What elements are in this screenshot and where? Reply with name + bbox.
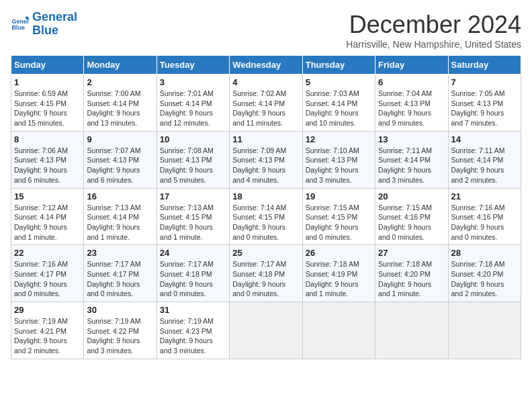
column-header-tuesday: Tuesday xyxy=(157,56,229,75)
day-info: Sunrise: 7:11 AMSunset: 4:14 PMDaylight:… xyxy=(451,146,518,185)
day-number: 31 xyxy=(160,305,226,315)
calendar-week-1: 1Sunrise: 6:59 AMSunset: 4:15 PMDaylight… xyxy=(11,75,521,132)
day-info: Sunrise: 7:19 AMSunset: 4:22 PMDaylight:… xyxy=(87,316,153,356)
calendar-week-5: 29Sunrise: 7:19 AMSunset: 4:21 PMDayligh… xyxy=(11,302,521,359)
calendar-cell: 11Sunrise: 7:09 AMSunset: 4:13 PMDayligh… xyxy=(230,131,302,188)
day-info: Sunrise: 7:15 AMSunset: 4:15 PMDaylight:… xyxy=(306,203,372,242)
calendar-cell: 3Sunrise: 7:01 AMSunset: 4:14 PMDaylight… xyxy=(157,75,229,132)
calendar-cell: 12Sunrise: 7:10 AMSunset: 4:13 PMDayligh… xyxy=(302,131,375,188)
column-header-sunday: Sunday xyxy=(11,56,84,75)
day-number: 17 xyxy=(160,191,226,201)
day-info: Sunrise: 7:13 AMSunset: 4:14 PMDaylight:… xyxy=(87,203,153,242)
column-header-thursday: Thursday xyxy=(302,56,375,75)
day-number: 28 xyxy=(451,248,518,258)
logo-text-line1: General xyxy=(32,11,77,24)
day-info: Sunrise: 7:09 AMSunset: 4:13 PMDaylight:… xyxy=(232,146,299,185)
calendar-cell: 4Sunrise: 7:02 AMSunset: 4:14 PMDaylight… xyxy=(230,75,302,132)
day-number: 18 xyxy=(232,191,299,201)
calendar-table: SundayMondayTuesdayWednesdayThursdayFrid… xyxy=(11,55,521,359)
calendar-cell: 23Sunrise: 7:17 AMSunset: 4:17 PMDayligh… xyxy=(84,245,157,302)
day-info: Sunrise: 7:14 AMSunset: 4:15 PMDaylight:… xyxy=(232,203,299,242)
day-info: Sunrise: 7:17 AMSunset: 4:18 PMDaylight:… xyxy=(160,259,226,299)
calendar-cell: 26Sunrise: 7:18 AMSunset: 4:19 PMDayligh… xyxy=(302,245,375,302)
day-number: 3 xyxy=(160,77,226,87)
day-number: 26 xyxy=(306,248,372,258)
column-header-wednesday: Wednesday xyxy=(230,56,302,75)
column-header-friday: Friday xyxy=(375,56,448,75)
day-info: Sunrise: 7:03 AMSunset: 4:14 PMDaylight:… xyxy=(306,89,372,128)
day-info: Sunrise: 6:59 AMSunset: 4:15 PMDaylight:… xyxy=(14,89,81,128)
day-info: Sunrise: 7:19 AMSunset: 4:23 PMDaylight:… xyxy=(160,316,226,356)
day-number: 5 xyxy=(306,77,372,87)
calendar-cell: 21Sunrise: 7:16 AMSunset: 4:16 PMDayligh… xyxy=(448,188,521,245)
day-number: 8 xyxy=(14,134,81,144)
day-number: 11 xyxy=(232,134,299,144)
calendar-cell: 30Sunrise: 7:19 AMSunset: 4:22 PMDayligh… xyxy=(84,302,157,359)
day-number: 22 xyxy=(14,248,81,258)
calendar-title: December 2024 xyxy=(346,11,521,39)
calendar-cell: 24Sunrise: 7:17 AMSunset: 4:18 PMDayligh… xyxy=(157,245,229,302)
calendar-cell: 10Sunrise: 7:08 AMSunset: 4:13 PMDayligh… xyxy=(157,131,229,188)
calendar-cell xyxy=(230,302,302,359)
day-number: 9 xyxy=(87,134,153,144)
calendar-cell: 8Sunrise: 7:06 AMSunset: 4:13 PMDaylight… xyxy=(11,131,84,188)
day-number: 7 xyxy=(451,77,518,87)
day-info: Sunrise: 7:12 AMSunset: 4:14 PMDaylight:… xyxy=(14,203,81,242)
calendar-cell xyxy=(448,302,521,359)
calendar-cell: 14Sunrise: 7:11 AMSunset: 4:14 PMDayligh… xyxy=(448,131,521,188)
calendar-cell: 5Sunrise: 7:03 AMSunset: 4:14 PMDaylight… xyxy=(302,75,375,132)
logo-text-line2: Blue xyxy=(32,24,77,38)
day-info: Sunrise: 7:16 AMSunset: 4:17 PMDaylight:… xyxy=(14,259,81,299)
day-info: Sunrise: 7:18 AMSunset: 4:20 PMDaylight:… xyxy=(378,259,445,299)
day-number: 16 xyxy=(87,191,153,201)
day-number: 6 xyxy=(378,77,445,87)
calendar-cell: 6Sunrise: 7:04 AMSunset: 4:13 PMDaylight… xyxy=(375,75,448,132)
day-number: 4 xyxy=(232,77,299,87)
day-info: Sunrise: 7:17 AMSunset: 4:17 PMDaylight:… xyxy=(87,259,153,299)
title-area: December 2024 Harrisville, New Hampshire… xyxy=(346,11,521,50)
calendar-subtitle: Harrisville, New Hampshire, United State… xyxy=(346,39,521,50)
day-number: 20 xyxy=(378,191,445,201)
svg-text:Blue: Blue xyxy=(11,24,25,31)
logo-icon: General Blue xyxy=(11,15,30,34)
calendar-cell xyxy=(302,302,375,359)
calendar-cell: 1Sunrise: 6:59 AMSunset: 4:15 PMDaylight… xyxy=(11,75,84,132)
calendar-cell: 7Sunrise: 7:05 AMSunset: 4:13 PMDaylight… xyxy=(448,75,521,132)
calendar-cell: 13Sunrise: 7:11 AMSunset: 4:14 PMDayligh… xyxy=(375,131,448,188)
calendar-week-3: 15Sunrise: 7:12 AMSunset: 4:14 PMDayligh… xyxy=(11,188,521,245)
day-info: Sunrise: 7:19 AMSunset: 4:21 PMDaylight:… xyxy=(14,316,81,356)
day-number: 30 xyxy=(87,305,153,315)
calendar-cell: 25Sunrise: 7:17 AMSunset: 4:18 PMDayligh… xyxy=(230,245,302,302)
day-info: Sunrise: 7:10 AMSunset: 4:13 PMDaylight:… xyxy=(306,146,372,185)
calendar-cell: 27Sunrise: 7:18 AMSunset: 4:20 PMDayligh… xyxy=(375,245,448,302)
calendar-cell: 16Sunrise: 7:13 AMSunset: 4:14 PMDayligh… xyxy=(84,188,157,245)
day-info: Sunrise: 7:05 AMSunset: 4:13 PMDaylight:… xyxy=(451,89,518,128)
header: General Blue General Blue December 2024 … xyxy=(11,11,521,50)
day-number: 27 xyxy=(378,248,445,258)
calendar-cell xyxy=(375,302,448,359)
day-info: Sunrise: 7:04 AMSunset: 4:13 PMDaylight:… xyxy=(378,89,445,128)
day-number: 19 xyxy=(306,191,372,201)
day-number: 14 xyxy=(451,134,518,144)
day-info: Sunrise: 7:06 AMSunset: 4:13 PMDaylight:… xyxy=(14,146,81,185)
calendar-week-4: 22Sunrise: 7:16 AMSunset: 4:17 PMDayligh… xyxy=(11,245,521,302)
calendar-body: 1Sunrise: 6:59 AMSunset: 4:15 PMDaylight… xyxy=(11,75,521,359)
calendar-cell: 19Sunrise: 7:15 AMSunset: 4:15 PMDayligh… xyxy=(302,188,375,245)
day-info: Sunrise: 7:16 AMSunset: 4:16 PMDaylight:… xyxy=(451,203,518,242)
calendar-week-2: 8Sunrise: 7:06 AMSunset: 4:13 PMDaylight… xyxy=(11,131,521,188)
calendar-cell: 28Sunrise: 7:18 AMSunset: 4:20 PMDayligh… xyxy=(448,245,521,302)
day-info: Sunrise: 7:18 AMSunset: 4:20 PMDaylight:… xyxy=(451,259,518,299)
calendar-cell: 17Sunrise: 7:13 AMSunset: 4:15 PMDayligh… xyxy=(157,188,229,245)
day-info: Sunrise: 7:08 AMSunset: 4:13 PMDaylight:… xyxy=(160,146,226,185)
logo: General Blue General Blue xyxy=(11,11,77,38)
day-info: Sunrise: 7:17 AMSunset: 4:18 PMDaylight:… xyxy=(232,259,299,299)
day-number: 21 xyxy=(451,191,518,201)
day-number: 2 xyxy=(87,77,153,87)
day-info: Sunrise: 7:07 AMSunset: 4:13 PMDaylight:… xyxy=(87,146,153,185)
calendar-cell: 29Sunrise: 7:19 AMSunset: 4:21 PMDayligh… xyxy=(11,302,84,359)
column-header-monday: Monday xyxy=(84,56,157,75)
day-number: 23 xyxy=(87,248,153,258)
day-info: Sunrise: 7:00 AMSunset: 4:14 PMDaylight:… xyxy=(87,89,153,128)
day-info: Sunrise: 7:02 AMSunset: 4:14 PMDaylight:… xyxy=(232,89,299,128)
calendar-header-row: SundayMondayTuesdayWednesdayThursdayFrid… xyxy=(11,56,521,75)
